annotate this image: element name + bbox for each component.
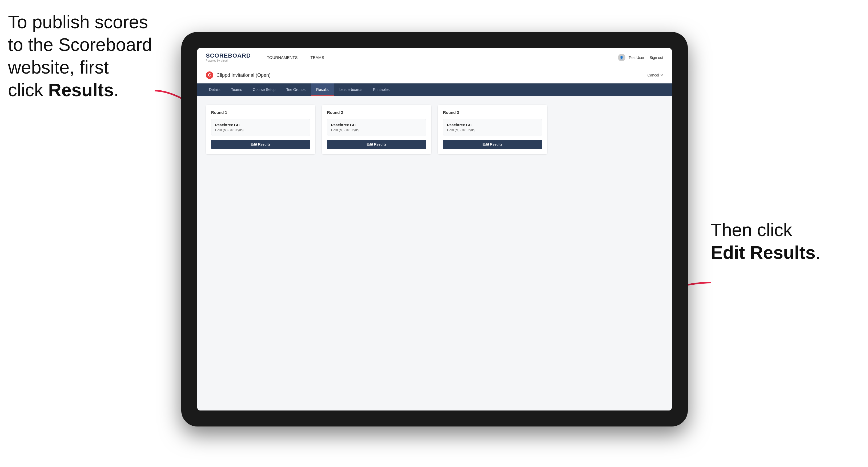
- instruction-line2: to the Scoreboard: [8, 34, 152, 55]
- rounds-grid: Round 1 Peachtree GC Gold (M) (7010 yds)…: [206, 105, 663, 154]
- round-1-course-card: Peachtree GC Gold (M) (7010 yds): [211, 119, 310, 136]
- nav-right: 👤 Test User | Sign out: [618, 54, 663, 61]
- nav-teams[interactable]: TEAMS: [310, 55, 324, 60]
- cancel-button[interactable]: Cancel ✕: [647, 73, 663, 77]
- tab-printables[interactable]: Printables: [368, 84, 395, 96]
- instruction-then-click: Then click: [711, 220, 792, 240]
- tab-details[interactable]: Details: [204, 84, 226, 96]
- instruction-line4-prefix: click: [8, 80, 48, 100]
- nav-links: TOURNAMENTS TEAMS: [267, 55, 618, 60]
- tab-leaderboards[interactable]: Leaderboards: [334, 84, 368, 96]
- round-2-card: Round 2 Peachtree GC Gold (M) (7010 yds)…: [322, 105, 431, 154]
- tournament-title-row: C Clippd Invitational (Open): [206, 71, 271, 79]
- tablet-screen: SCOREBOARD Powered by clippd TOURNAMENTS…: [197, 48, 672, 410]
- user-avatar: 👤: [618, 54, 625, 61]
- content-area: Round 1 Peachtree GC Gold (M) (7010 yds)…: [197, 96, 672, 410]
- tab-results[interactable]: Results: [311, 84, 334, 96]
- round-2-title: Round 2: [327, 110, 426, 115]
- round-1-course-name: Peachtree GC: [215, 123, 306, 127]
- logo-sub: Powered by clippd: [206, 59, 251, 62]
- edit-results-button-2[interactable]: Edit Results: [327, 140, 426, 149]
- round-3-card: Round 3 Peachtree GC Gold (M) (7010 yds)…: [438, 105, 547, 154]
- round-1-title: Round 1: [211, 110, 310, 115]
- round-2-course-card: Peachtree GC Gold (M) (7010 yds): [327, 119, 426, 136]
- instruction-right-suffix: .: [815, 242, 820, 262]
- round-1-course-detail: Gold (M) (7010 yds): [215, 128, 306, 132]
- round-3-course-detail: Gold (M) (7010 yds): [447, 128, 538, 132]
- round-3-course-card: Peachtree GC Gold (M) (7010 yds): [443, 119, 542, 136]
- nav-tournaments[interactable]: TOURNAMENTS: [267, 55, 298, 60]
- round-1-card: Round 1 Peachtree GC Gold (M) (7010 yds)…: [206, 105, 315, 154]
- tournament-header: C Clippd Invitational (Open) Cancel ✕: [197, 67, 672, 84]
- instruction-right: Then click Edit Results.: [711, 219, 860, 264]
- top-nav: SCOREBOARD Powered by clippd TOURNAMENTS…: [197, 48, 672, 67]
- instruction-period: .: [114, 80, 119, 100]
- tab-teams[interactable]: Teams: [226, 84, 247, 96]
- tab-nav: Details Teams Course Setup Tee Groups Re…: [197, 84, 672, 96]
- user-label: Test User |: [629, 56, 647, 60]
- edit-results-button-3[interactable]: Edit Results: [443, 140, 542, 149]
- instruction-edit-results-bold: Edit Results: [711, 242, 815, 262]
- round-2-course-detail: Gold (M) (7010 yds): [331, 128, 422, 132]
- tab-tee-groups[interactable]: Tee Groups: [281, 84, 311, 96]
- round-3-course-name: Peachtree GC: [447, 123, 538, 127]
- round-2-course-name: Peachtree GC: [331, 123, 422, 127]
- round-3-title: Round 3: [443, 110, 542, 115]
- instruction-results-bold: Results: [48, 80, 114, 100]
- tablet-device: SCOREBOARD Powered by clippd TOURNAMENTS…: [181, 32, 688, 427]
- instruction-line1: To publish scores: [8, 12, 148, 32]
- cancel-icon: ✕: [660, 73, 663, 77]
- tournament-name: Clippd Invitational (Open): [216, 72, 271, 78]
- tournament-icon: C: [206, 71, 213, 79]
- logo-area: SCOREBOARD Powered by clippd: [206, 53, 251, 62]
- logo-text: SCOREBOARD: [206, 53, 251, 59]
- instruction-line3: website, first: [8, 57, 109, 77]
- cancel-label: Cancel: [647, 73, 659, 77]
- sign-out-link[interactable]: Sign out: [650, 56, 663, 60]
- edit-results-button-1[interactable]: Edit Results: [211, 140, 310, 149]
- tab-course-setup[interactable]: Course Setup: [247, 84, 281, 96]
